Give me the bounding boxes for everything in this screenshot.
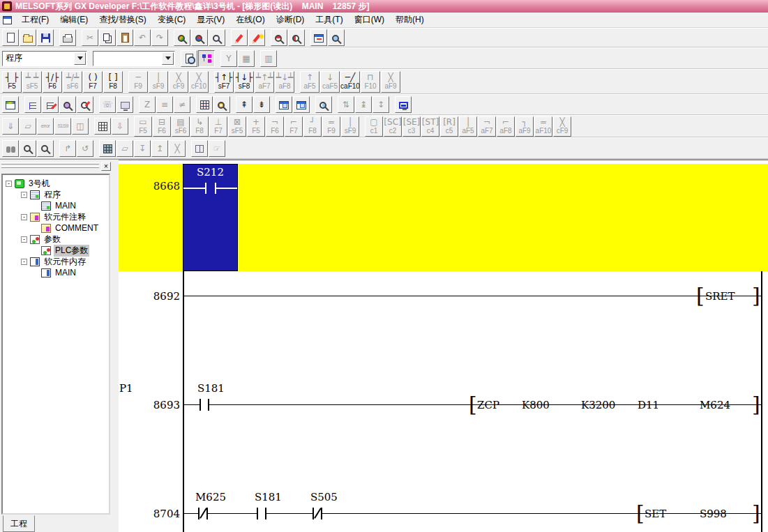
project-data-list-button[interactable] <box>198 50 215 67</box>
rising-result-button[interactable]: ↑ aF5 <box>300 71 319 93</box>
alias-display-button[interactable] <box>59 96 76 113</box>
tree-item-device-memory-main[interactable]: MAIN <box>3 267 109 278</box>
tree-item-comment-folder[interactable]: - 软元件注释 <box>3 211 109 222</box>
sfc-vertical-line-button[interactable]: + F5 <box>247 116 265 137</box>
menu-item[interactable]: 在线(O) <box>230 13 270 27</box>
cascade-windows-button[interactable]: ▱ <box>20 118 36 135</box>
open-contact-button[interactable]: ┤ ├ F5 <box>2 71 22 93</box>
find-device-combobox[interactable] <box>93 51 175 66</box>
line-statement-delete-button[interactable]: ╳ <box>169 140 186 157</box>
collapse-all-button[interactable]: ⇞ <box>236 96 253 113</box>
horizontal-line-button[interactable]: ─ F9 <box>128 71 148 93</box>
tree-item-program-main[interactable]: MAIN <box>3 200 109 211</box>
find-device-button[interactable] <box>174 29 190 46</box>
monitor-test-button[interactable] <box>116 96 133 113</box>
sfc-transition-button[interactable]: ⊥ F7 <box>209 116 227 137</box>
statement-display-button[interactable] <box>42 96 59 113</box>
sfc-af7-button[interactable]: ¬ aF7 <box>478 116 496 137</box>
instruction-operand[interactable]: D11 <box>638 399 659 411</box>
redo-button[interactable]: ↷ <box>151 29 168 46</box>
sfc-af9-button[interactable]: ┐ aF9 <box>515 116 534 137</box>
open-contact[interactable] <box>199 399 209 411</box>
expander-icon[interactable]: - <box>21 192 27 198</box>
tree-item-parameter-folder[interactable]: - 参数 <box>3 234 109 245</box>
save-project-button[interactable] <box>37 29 54 46</box>
instruction-operand[interactable]: S998 <box>700 508 727 520</box>
delete-ladder-button[interactable]: ≠ <box>174 96 190 113</box>
undo-button[interactable]: ↶ <box>134 29 151 46</box>
menu-item[interactable]: 工具(T) <box>310 13 348 27</box>
ladder-logic-test-button[interactable] <box>2 96 19 113</box>
tree-item-comment[interactable]: COMMENT <box>3 222 109 234</box>
line-statement-up-button[interactable]: ↥ <box>151 140 168 157</box>
transfer-setup-button[interactable] <box>310 29 327 46</box>
sfc-se-button[interactable]: [SE] c3 <box>402 116 421 137</box>
menu-item[interactable]: 窗口(W) <box>349 13 390 27</box>
delete-horizontal-line-button[interactable]: ╳ cF9 <box>169 71 188 93</box>
scroll-hand-button[interactable]: ☞ <box>209 140 225 157</box>
parallel-open-contact-button[interactable]: ┷ ┷ sF5 <box>22 71 42 93</box>
line-statement-down-button[interactable]: ↧ <box>134 140 151 157</box>
check-program-button[interactable]: ▥ <box>260 50 277 67</box>
cut-button[interactable]: ✂ <box>82 29 98 46</box>
device-comment-edit-button[interactable] <box>231 29 248 46</box>
comment-display-button[interactable] <box>24 96 41 113</box>
clock-setting-button[interactable] <box>213 96 230 113</box>
open-contact[interactable] <box>257 508 266 519</box>
sfc-r-button[interactable]: [R] c5 <box>440 116 458 137</box>
paste-button[interactable] <box>116 29 133 46</box>
error-list-button[interactable]: error <box>37 118 54 135</box>
program-monitor-button[interactable] <box>328 29 345 46</box>
device-use-list-button[interactable]: ▦ <box>238 50 255 67</box>
expander-icon[interactable]: - <box>6 181 12 187</box>
parallel-closed-contact-button[interactable]: ┷/┷ sF6 <box>63 71 82 93</box>
program-type-combobox[interactable]: 程序 <box>2 51 87 66</box>
delete-line-button[interactable]: ╳ aF9 <box>381 71 400 93</box>
sfc-block-start-step-button[interactable]: ⊟ F6 <box>153 116 171 137</box>
expand-all-button[interactable]: ⇟ <box>253 96 270 113</box>
menu-item[interactable]: 编辑(E) <box>54 13 93 27</box>
menu-item[interactable]: 帮助(H) <box>390 13 430 27</box>
ladder-editor[interactable]: S212 8668 8692 [ SRET ] P1 8693 S181 [ <box>119 160 768 532</box>
sfc-delete-button[interactable]: ╳ cF9 <box>553 116 571 137</box>
falling-pulse-button[interactable]: ┤↓├ sF8 <box>234 71 254 93</box>
parallel-falling-pulse-button[interactable]: ┷↓┷ aF8 <box>275 71 294 93</box>
statement-edit-button[interactable] <box>248 29 265 46</box>
find-button[interactable] <box>2 140 19 157</box>
statement-list-button[interactable] <box>181 50 197 67</box>
sfc-selection-convergence-button[interactable]: ┘ F8 <box>303 116 322 137</box>
sfc-af10-button[interactable]: = aF10 <box>534 116 552 137</box>
find-previous-button[interactable] <box>37 140 54 157</box>
remote-operation-button[interactable]: ☏ <box>99 96 116 113</box>
chevron-down-icon[interactable] <box>162 52 174 65</box>
step-number-button[interactable]: S1S9 <box>54 118 71 135</box>
chevron-down-icon[interactable] <box>74 52 86 65</box>
sfc-simultaneous-convergence-button[interactable]: = F9 <box>322 116 340 137</box>
sfc-grid-button[interactable] <box>94 118 111 135</box>
tree-item-device-memory-folder[interactable]: - 软元件内存 <box>3 256 109 267</box>
find-string-button[interactable] <box>209 29 225 46</box>
step-execute-button[interactable]: ⇓ <box>2 118 19 135</box>
device-memory-button[interactable] <box>196 96 213 113</box>
sfc-af8-button[interactable]: ⌐ aF8 <box>497 116 515 137</box>
insert-row-above-button[interactable]: ⇅ <box>338 96 354 113</box>
tree-item-program-folder[interactable]: - 程序 <box>3 189 109 200</box>
sampling-trace-button[interactable]: Z <box>139 96 156 113</box>
project-tab[interactable]: 工程 <box>3 515 35 532</box>
application-instruction-button[interactable]: [ ] F8 <box>103 71 123 93</box>
expander-icon[interactable]: - <box>21 259 27 265</box>
closed-contact[interactable] <box>198 508 208 519</box>
device-batch-monitor-button[interactable] <box>288 29 305 46</box>
sfc-st-button[interactable]: [ST] c4 <box>421 116 439 137</box>
new-project-button[interactable] <box>2 29 19 46</box>
instruction-operand[interactable]: K800 <box>522 399 550 411</box>
instruction-list-button[interactable]: Y <box>220 50 237 67</box>
menu-item[interactable]: 工程(F) <box>16 13 54 27</box>
instruction-opcode[interactable]: SRET <box>705 290 735 303</box>
sfc-selection-divergence-button[interactable]: ¬ F6 <box>266 116 284 137</box>
block-down-button[interactable]: ⇩ <box>112 118 128 135</box>
device-test-button[interactable] <box>271 29 287 46</box>
expander-icon[interactable]: - <box>21 236 27 243</box>
jump-button[interactable]: ↱ <box>59 140 76 157</box>
invert-operation-button[interactable]: ─╱ caF10 <box>340 71 360 93</box>
